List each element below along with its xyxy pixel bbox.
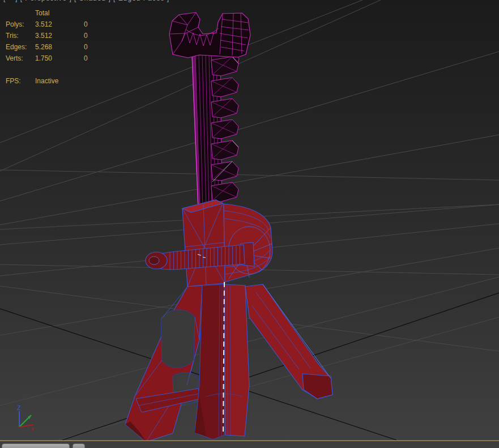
- model-ratchet-column: [192, 52, 239, 210]
- fps-indicator: FPS: Inactive: [6, 75, 106, 87]
- model-legs: [125, 284, 332, 440]
- stats-row-polys: Polys: 3.512 0: [6, 19, 106, 30]
- model-body: [182, 200, 272, 287]
- stats-row-edges: Edges: 5.268 0: [6, 41, 106, 53]
- jack-stand-model[interactable]: [125, 12, 332, 440]
- statistics-overlay: Total Polys: 3.512 0 Tris: 3.512 0 Edges…: [6, 7, 106, 87]
- stats-header-total: Total: [35, 7, 84, 19]
- viewport-label[interactable]: [ + ] [ Perspective ] [ Shaded ] [ Edged…: [3, 0, 169, 2]
- stats-row-verts: Verts: 1.750 0: [6, 53, 106, 64]
- model-saddle: [169, 12, 250, 58]
- perspective-viewport[interactable]: [ + ] [ Perspective ] [ Shaded ] [ Edged…: [0, 0, 499, 440]
- time-slider-button[interactable]: [72, 443, 85, 448]
- axis-x-label: x: [31, 426, 34, 432]
- axis-z-label: Z: [17, 404, 21, 411]
- time-slider[interactable]: [2, 443, 70, 448]
- timeline-strip: [0, 441, 499, 448]
- world-axis-gizmo: Z x: [12, 403, 43, 435]
- stats-row-tris: Tris: 3.512 0: [6, 30, 106, 41]
